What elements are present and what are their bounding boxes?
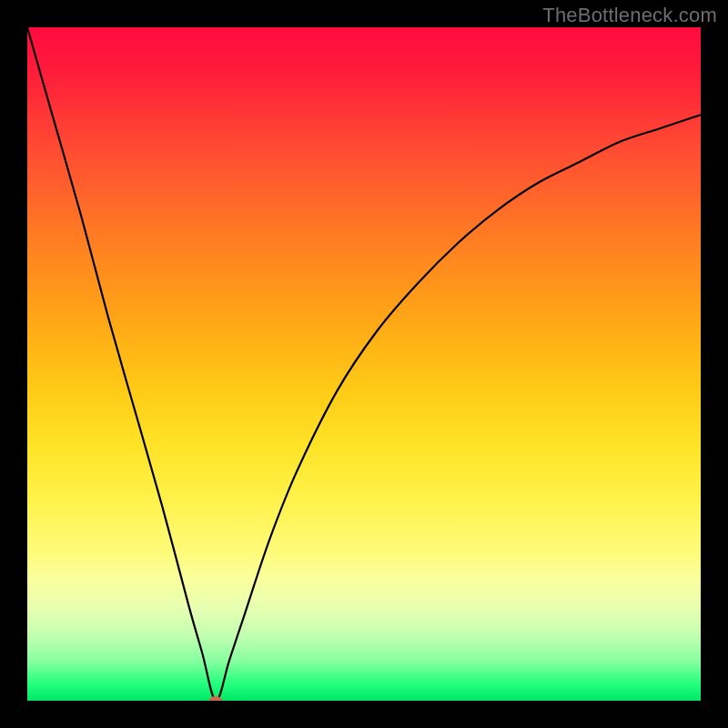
- bottleneck-curve: [27, 27, 701, 701]
- plot-area: [27, 27, 701, 701]
- chart-frame: TheBottleneck.com: [0, 0, 728, 728]
- curve-path: [27, 27, 701, 701]
- optimum-marker: [209, 696, 222, 701]
- watermark-text: TheBottleneck.com: [542, 4, 717, 27]
